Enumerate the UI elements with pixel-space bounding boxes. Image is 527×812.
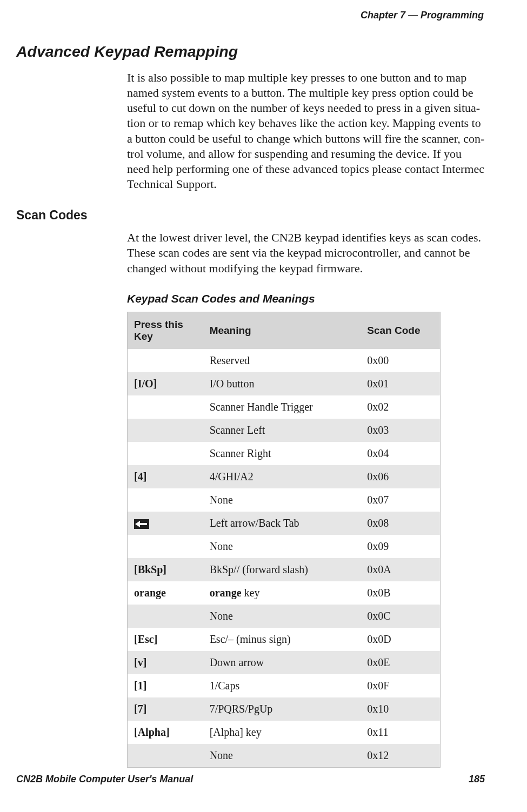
cell-code: 0x08 — [361, 512, 440, 535]
cell-meaning: I/O button — [203, 372, 361, 395]
cell-key: orange — [128, 581, 203, 605]
cell-code: 0x03 — [361, 419, 440, 442]
table-row: Scanner Handle Trigger0x02 — [128, 395, 441, 419]
cell-code: 0x0B — [361, 581, 440, 605]
cell-meaning: BkSp// (forward slash) — [203, 558, 361, 581]
table-caption: Keypad Scan Codes and Meanings — [127, 292, 485, 305]
cell-key — [128, 419, 203, 442]
table-row: Scanner Left0x03 — [128, 419, 441, 442]
cell-meaning: Left arrow/Back Tab — [203, 512, 361, 535]
cell-key — [128, 512, 203, 535]
cell-code: 0x0E — [361, 651, 440, 674]
cell-meaning: Down arrow — [203, 651, 361, 674]
cell-code: 0x02 — [361, 395, 440, 419]
cell-meaning: Reserved — [203, 349, 361, 372]
cell-meaning: 4/GHI/A2 — [203, 465, 361, 488]
cell-key — [128, 744, 203, 768]
cell-meaning: Scanner Left — [203, 419, 361, 442]
heading-scan-codes: Scan Codes — [16, 208, 485, 223]
cell-key — [128, 442, 203, 465]
cell-key: [Esc] — [128, 628, 203, 651]
cell-key: [I/O] — [128, 372, 203, 395]
table-row: None0x12 — [128, 744, 441, 768]
table-row: None0x0C — [128, 605, 441, 628]
cell-key: [Alpha] — [128, 721, 203, 744]
cell-key: [v] — [128, 651, 203, 674]
cell-meaning: None — [203, 744, 361, 768]
cell-key: [1] — [128, 674, 203, 697]
col-header-meaning: Meaning — [203, 312, 361, 349]
paragraph-scan-codes: At the lowest driver level, the CN2B key… — [127, 230, 485, 276]
cell-meaning: 1/Caps — [203, 674, 361, 697]
cell-code: 0x06 — [361, 465, 440, 488]
table-row: [v]Down arrow0x0E — [128, 651, 441, 674]
cell-meaning: None — [203, 605, 361, 628]
cell-meaning: [Alpha] key — [203, 721, 361, 744]
left-arrow-back-tab-icon — [134, 519, 149, 529]
cell-code: 0x07 — [361, 488, 440, 512]
cell-meaning: Esc/– (minus sign) — [203, 628, 361, 651]
cell-code: 0x09 — [361, 535, 440, 558]
table-row: Scanner Right0x04 — [128, 442, 441, 465]
heading-advanced-keypad-remapping: Advanced Keypad Remapping — [16, 43, 485, 61]
cell-code: 0x10 — [361, 697, 440, 721]
table-row: [1]1/Caps0x0F — [128, 674, 441, 697]
cell-code: 0x11 — [361, 721, 440, 744]
table-row: [Esc]Esc/– (minus sign)0x0D — [128, 628, 441, 651]
col-header-code: Scan Code — [361, 312, 440, 349]
table-row: [4]4/GHI/A20x06 — [128, 465, 441, 488]
table-row: None0x07 — [128, 488, 441, 512]
cell-key — [128, 395, 203, 419]
cell-code: 0x00 — [361, 349, 440, 372]
table-row: [7]7/PQRS/PgUp0x10 — [128, 697, 441, 721]
cell-code: 0x04 — [361, 442, 440, 465]
cell-code: 0x0D — [361, 628, 440, 651]
cell-key — [128, 605, 203, 628]
cell-key — [128, 349, 203, 372]
cell-key: [BkSp] — [128, 558, 203, 581]
cell-code: 0x0F — [361, 674, 440, 697]
cell-meaning: Scanner Handle Trigger — [203, 395, 361, 419]
table-row: [BkSp]BkSp// (forward slash)0x0A — [128, 558, 441, 581]
table-row: Left arrow/Back Tab0x08 — [128, 512, 441, 535]
cell-meaning: orange key — [203, 581, 361, 605]
col-header-key: Press this Key — [128, 312, 203, 349]
scan-codes-table: Press this Key Meaning Scan Code Reserve… — [127, 312, 441, 768]
cell-key — [128, 488, 203, 512]
footer-publication: CN2B Mobile Computer User's Manual — [16, 774, 193, 785]
cell-code: 0x01 — [361, 372, 440, 395]
cell-code: 0x12 — [361, 744, 440, 768]
table-row: orangeorange key0x0B — [128, 581, 441, 605]
paragraph-advanced-keypad: It is also possible to map multiple key … — [127, 70, 485, 192]
cell-code: 0x0A — [361, 558, 440, 581]
cell-meaning: None — [203, 488, 361, 512]
cell-code: 0x0C — [361, 605, 440, 628]
table-row: [I/O]I/O button0x01 — [128, 372, 441, 395]
cell-key — [128, 535, 203, 558]
cell-key: [7] — [128, 697, 203, 721]
running-header: Chapter 7 — Programming — [16, 10, 485, 21]
table-row: [Alpha][Alpha] key0x11 — [128, 721, 441, 744]
footer-page-number: 185 — [469, 774, 485, 785]
cell-meaning: 7/PQRS/PgUp — [203, 697, 361, 721]
cell-meaning: Scanner Right — [203, 442, 361, 465]
table-row: Reserved0x00 — [128, 349, 441, 372]
table-row: None0x09 — [128, 535, 441, 558]
cell-key: [4] — [128, 465, 203, 488]
cell-meaning: None — [203, 535, 361, 558]
